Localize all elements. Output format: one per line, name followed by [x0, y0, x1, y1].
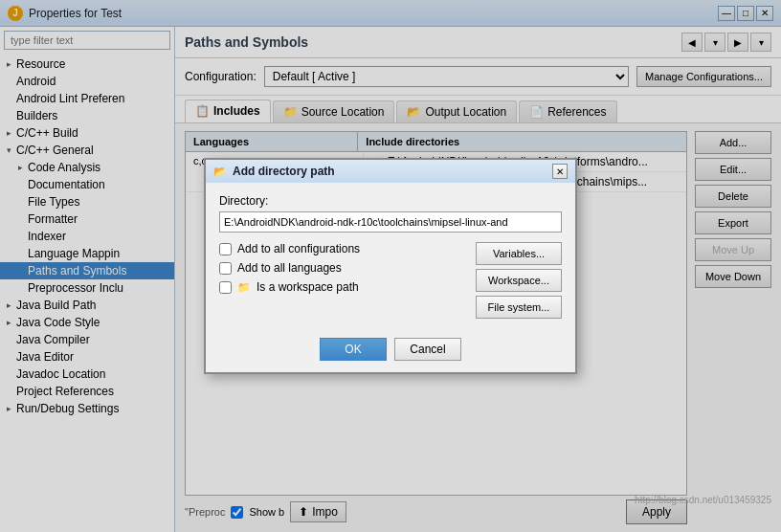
dialog-title: 📂 Add directory path: [213, 165, 335, 178]
workspace-path-label: Is a workspace path: [257, 280, 359, 294]
dialog-close-button[interactable]: ✕: [552, 164, 568, 179]
workspace-path-checkbox[interactable]: [219, 281, 232, 294]
dialog-side-buttons: Variables... Workspace... File system...: [476, 242, 562, 319]
all-configs-checkbox[interactable]: [219, 243, 232, 255]
checkbox-workspace-path-row: 📁 Is a workspace path: [219, 280, 466, 294]
all-languages-label: Add to all languages: [237, 261, 342, 275]
dialog-overlay: 📂 Add directory path ✕ Directory: Add to…: [0, 0, 781, 532]
all-languages-checkbox[interactable]: [219, 262, 232, 275]
dialog-title-bar: 📂 Add directory path ✕: [206, 160, 575, 183]
add-directory-dialog: 📂 Add directory path ✕ Directory: Add to…: [204, 158, 577, 374]
dialog-icon: 📂: [213, 166, 227, 178]
file-system-button[interactable]: File system...: [476, 296, 562, 319]
workspace-folder-icon: 📁: [237, 281, 251, 294]
checkbox-all-configs-row: Add to all configurations: [219, 242, 466, 255]
directory-label: Directory:: [219, 194, 562, 208]
directory-input[interactable]: [219, 211, 562, 233]
variables-button[interactable]: Variables...: [476, 242, 562, 265]
all-configs-label: Add to all configurations: [237, 242, 360, 255]
dialog-title-text: Add directory path: [233, 165, 335, 178]
dialog-checkboxes: Add to all configurations Add to all lan…: [219, 242, 466, 299]
dialog-ok-button[interactable]: OK: [320, 338, 387, 361]
dialog-body: Directory: Add to all configurations Add…: [206, 183, 575, 330]
workspace-button[interactable]: Workspace...: [476, 269, 562, 292]
dialog-cancel-button[interactable]: Cancel: [394, 338, 461, 361]
dialog-main-row: Add to all configurations Add to all lan…: [219, 242, 562, 319]
dialog-footer: OK Cancel: [206, 330, 575, 372]
checkbox-all-languages-row: Add to all languages: [219, 261, 466, 275]
